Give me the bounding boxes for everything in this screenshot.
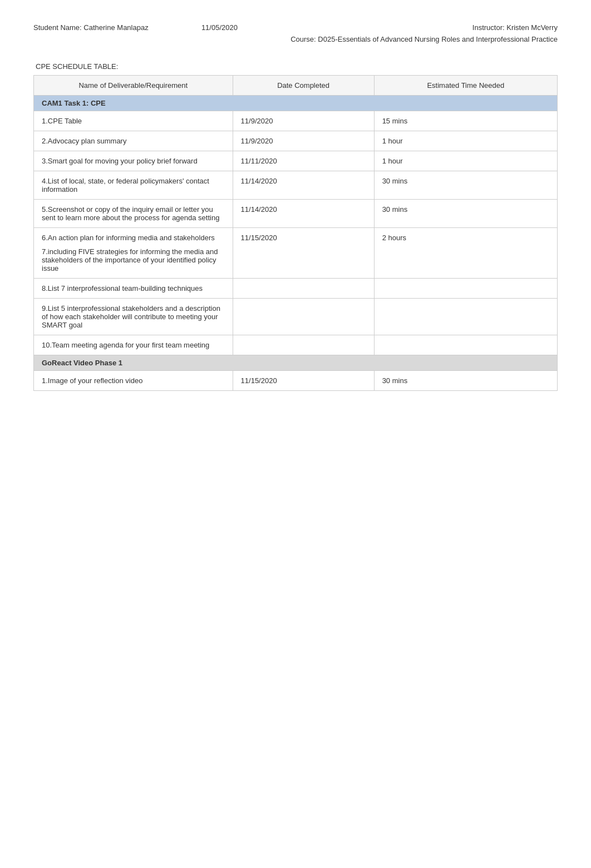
row-deliverable: 3.Smart goal for moving your policy brie… xyxy=(34,151,233,171)
row-deliverable: 5.Screenshot or copy of the inquiry emai… xyxy=(34,199,233,227)
section-header-row: GoReact Video Phase 1 xyxy=(34,355,558,370)
table-title: CPE SCHEDULE TABLE: xyxy=(33,62,558,71)
row-time: 30 mins xyxy=(374,199,557,227)
col-header-time: Estimated Time Needed xyxy=(374,75,557,95)
instructor-name: Instructor: Kristen McVerry xyxy=(290,22,558,34)
row-date: 11/11/2020 xyxy=(233,151,374,171)
row-date: 11/14/2020 xyxy=(233,199,374,227)
table-row: 10.Team meeting agenda for your first te… xyxy=(34,335,558,355)
row-date: 11/14/2020 xyxy=(233,171,374,199)
section-header-label: CAM1 Task 1: CPE xyxy=(34,95,558,111)
section-header-row: CAM1 Task 1: CPE xyxy=(34,95,558,111)
row-time xyxy=(374,335,557,355)
row-time xyxy=(374,298,557,335)
row-time: 1 hour xyxy=(374,151,557,171)
course-name: Course: D025-Essentials of Advanced Nurs… xyxy=(290,34,558,46)
table-row: 2.Advocacy plan summary11/9/20201 hour xyxy=(34,131,558,151)
table-row: 5.Screenshot or copy of the inquiry emai… xyxy=(34,199,558,227)
row-date: 11/15/2020 xyxy=(233,227,374,278)
table-row: 1.CPE Table11/9/202015 mins xyxy=(34,111,558,131)
table-row: 4.List of local, state, or federal polic… xyxy=(34,171,558,199)
student-name: Student Name: Catherine Manlapaz xyxy=(33,23,149,32)
row-deliverable: 10.Team meeting agenda for your first te… xyxy=(34,335,233,355)
header-date: 11/05/2020 xyxy=(201,22,238,46)
table-row: 9.List 5 interprofessional stakeholders … xyxy=(34,298,558,335)
row-time: 1 hour xyxy=(374,131,557,151)
row-deliverable: 6.An action plan for informing media and… xyxy=(34,227,233,278)
row-date: 11/9/2020 xyxy=(233,111,374,131)
row-deliverable: 1.Image of your reflection video xyxy=(34,370,233,390)
row-time xyxy=(374,278,557,298)
row-deliverable: 2.Advocacy plan summary xyxy=(34,131,233,151)
row-time: 2 hours xyxy=(374,227,557,278)
row-deliverable: 9.List 5 interprofessional stakeholders … xyxy=(34,298,233,335)
row-deliverable: 4.List of local, state, or federal polic… xyxy=(34,171,233,199)
row-time: 30 mins xyxy=(374,171,557,199)
table-row: 8.List 7 interprofessional team-building… xyxy=(34,278,558,298)
col-header-name: Name of Deliverable/Requirement xyxy=(34,75,233,95)
row-date: 11/9/2020 xyxy=(233,131,374,151)
row-date xyxy=(233,335,374,355)
row-time: 15 mins xyxy=(374,111,557,131)
row-date xyxy=(233,278,374,298)
table-header-row: Name of Deliverable/Requirement Date Com… xyxy=(34,75,558,95)
page-header: Student Name: Catherine Manlapaz 11/05/2… xyxy=(33,22,558,46)
row-date: 11/15/2020 xyxy=(233,370,374,390)
col-header-date: Date Completed xyxy=(233,75,374,95)
instructor-info: Instructor: Kristen McVerry Course: D025… xyxy=(290,22,558,46)
student-info: Student Name: Catherine Manlapaz xyxy=(33,22,149,46)
row-deliverable: 1.CPE Table xyxy=(34,111,233,131)
section-header-label: GoReact Video Phase 1 xyxy=(34,355,558,370)
row-date xyxy=(233,298,374,335)
table-row: 3.Smart goal for moving your policy brie… xyxy=(34,151,558,171)
row-deliverable: 8.List 7 interprofessional team-building… xyxy=(34,278,233,298)
row-time: 30 mins xyxy=(374,370,557,390)
table-row: 6.An action plan for informing media and… xyxy=(34,227,558,278)
cpe-schedule-table: Name of Deliverable/Requirement Date Com… xyxy=(33,75,558,391)
table-row: 1.Image of your reflection video11/15/20… xyxy=(34,370,558,390)
